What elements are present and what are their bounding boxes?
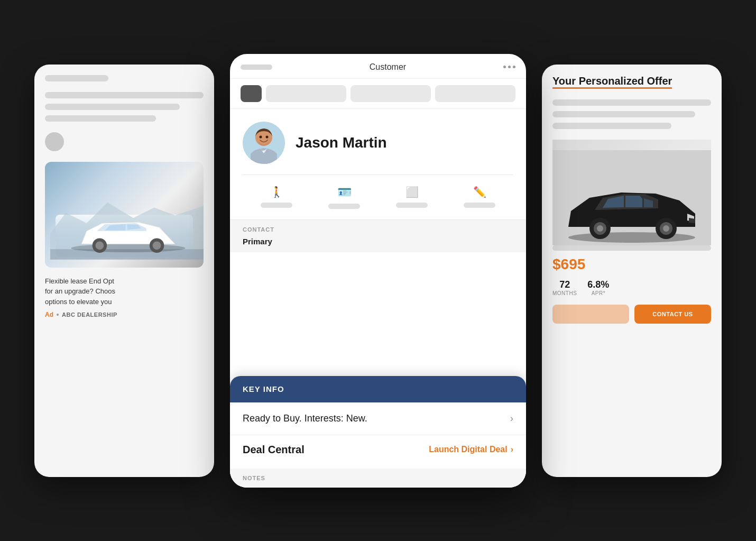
center-card: Customer — [230, 54, 526, 488]
avatar-svg — [243, 122, 285, 164]
tab-3[interactable] — [435, 85, 515, 102]
tab-1[interactable] — [266, 85, 346, 102]
black-car-svg — [552, 150, 711, 245]
contact-primary: Primary — [243, 237, 513, 246]
key-info-header: KEY INFO — [230, 376, 526, 402]
icon-bar-1 — [261, 203, 292, 208]
right-bar-2 — [552, 111, 695, 117]
contact-section: CONTACT Primary — [230, 220, 526, 252]
left-circle-row — [45, 132, 204, 151]
price-area: $695 — [552, 256, 711, 273]
header-dot-2 — [508, 66, 511, 68]
right-car-image — [552, 140, 711, 245]
icon-bar-3 — [396, 203, 428, 208]
key-info-buy-row[interactable]: Ready to Buy. Interests: New. › — [230, 402, 526, 435]
key-info-text: Ready to Buy. Interests: New. — [243, 413, 367, 424]
launch-digital-button[interactable]: Launch Digital Deal › — [429, 445, 513, 454]
key-info-title: KEY INFO — [243, 384, 284, 393]
left-skeleton-bars — [45, 92, 204, 122]
months-detail: 72 MONTHS — [552, 279, 577, 296]
ad-row: Ad ABC DEALERSHIP — [45, 311, 204, 318]
scene: Flexible lease End Opt for an upgrade? C… — [34, 27, 722, 514]
payment-button[interactable] — [552, 305, 629, 324]
tab-active[interactable] — [241, 85, 262, 102]
deal-central-label: Deal Central — [243, 444, 305, 456]
left-circle — [45, 132, 64, 151]
notes-label: NOTES — [243, 475, 513, 481]
center-tabs — [230, 79, 526, 109]
person-icon: 🚶 — [270, 186, 283, 198]
icon-bar-4 — [464, 203, 495, 208]
contact-label: CONTACT — [243, 226, 513, 233]
profile-section: Jason Martin — [230, 109, 526, 175]
header-left-bar — [241, 65, 272, 70]
center-header: Customer — [230, 54, 526, 79]
icons-row: 🚶 🪪 ⬜ ✏️ — [230, 175, 526, 220]
white-car-svg — [50, 192, 204, 260]
right-bar-1 — [552, 99, 711, 106]
chevron-right-icon: › — [510, 413, 513, 424]
right-skeleton-bars — [552, 99, 711, 129]
header-title: Customer — [370, 62, 406, 72]
svg-point-13 — [663, 225, 669, 232]
header-dot-1 — [503, 66, 506, 68]
icon-bar-2 — [328, 204, 360, 209]
profile-name: Jason Martin — [296, 134, 387, 151]
ad-badge: Ad — [45, 311, 53, 318]
left-car-image — [45, 162, 204, 268]
edit-icon: ✏️ — [473, 186, 486, 198]
launch-digital-label: Launch Digital Deal — [429, 445, 507, 454]
person-icon-col: 🚶 — [261, 186, 292, 209]
key-info-overlay: KEY INFO Ready to Buy. Interests: New. ›… — [230, 376, 526, 488]
avatar — [243, 122, 285, 164]
right-card: Your Personalized Offer — [542, 65, 722, 477]
contact-button[interactable]: CONTACT US — [634, 305, 711, 324]
left-card: Flexible lease End Opt for an upgrade? C… — [34, 65, 214, 477]
svg-point-3 — [96, 241, 104, 250]
personalized-offer-title: Your Personalized Offer — [552, 75, 672, 89]
browser-icon-col: ⬜ — [396, 186, 428, 209]
svg-point-1 — [71, 244, 185, 252]
svg-point-16 — [260, 135, 262, 138]
id-icon-col: 🪪 — [328, 186, 360, 209]
right-price-bar — [552, 245, 711, 251]
dealership-name: ABC DEALERSHIP — [62, 311, 117, 318]
edit-icon-col: ✏️ — [464, 186, 495, 209]
tab-2[interactable] — [351, 85, 431, 102]
right-bar-3 — [552, 123, 671, 129]
dot-separator — [57, 314, 59, 316]
svg-point-7 — [568, 232, 695, 243]
header-dot-3 — [513, 66, 515, 68]
deal-central-row: Deal Central Launch Digital Deal › — [230, 435, 526, 464]
browser-icon: ⬜ — [405, 186, 419, 198]
right-button-row: CONTACT US — [552, 305, 711, 324]
price-details: 72 MONTHS 6.8% APR* — [552, 279, 711, 296]
ad-text: Flexible lease End Opt for an upgrade? C… — [45, 276, 204, 307]
price-value: $695 — [552, 256, 585, 273]
id-icon: 🪪 — [337, 186, 352, 199]
apr-detail: 6.8% APR* — [587, 279, 609, 296]
notes-section: NOTES — [230, 469, 526, 488]
launch-chevron-icon: › — [511, 445, 513, 454]
header-dots — [503, 66, 515, 68]
svg-point-5 — [153, 241, 161, 250]
left-text-block: Flexible lease End Opt for an upgrade? C… — [45, 276, 204, 319]
svg-point-10 — [597, 225, 603, 232]
left-skeleton-top — [45, 75, 108, 81]
svg-point-17 — [266, 135, 269, 138]
